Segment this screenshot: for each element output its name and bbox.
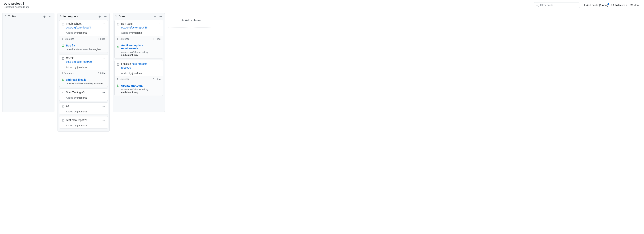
column-name: In progress [64, 15, 78, 18]
reference-author: jmarlena [94, 82, 103, 85]
add-card-button[interactable] [154, 15, 156, 18]
added-by-user: jmarlena [77, 124, 87, 127]
card-ref-link[interactable]: octo-org/octo-repo#36 [121, 26, 148, 29]
reference-author: megbird [92, 48, 102, 51]
card[interactable]: #6 Added by jmarlena [59, 103, 108, 115]
note-icon [62, 22, 64, 25]
reference-title-link[interactable]: Audit and update requirements [121, 44, 160, 50]
column-name: Done [119, 15, 125, 18]
project-header: octo-project-2 Updated 37 seconds ago Ad… [0, 0, 644, 10]
card-title-text: Start Testing #3 [66, 91, 84, 94]
project-updated: Updated 37 seconds ago [4, 6, 29, 8]
fullscreen-button[interactable]: Fullscreen [612, 4, 627, 7]
added-by-user: jmarlena [77, 96, 87, 99]
card-ref-link[interactable]: octo-org/octo-docs#4 [66, 26, 91, 29]
added-by-user: jmarlena [77, 31, 87, 34]
column-menu-button[interactable] [104, 15, 107, 18]
plus-icon [583, 4, 586, 6]
project-board: 0 To Do 5 In progress [0, 10, 644, 134]
note-icon [62, 91, 64, 94]
unfold-icon [97, 72, 100, 74]
unfold-icon [97, 38, 100, 40]
card[interactable]: Localize octo-org/octo-repo#10 Added by … [114, 60, 163, 96]
menu-label: Menu [634, 4, 640, 7]
card-title-text: Troubleshoot [66, 22, 82, 25]
hide-references-button[interactable]: Hide [97, 72, 106, 75]
note-icon [62, 105, 64, 108]
reference-count: 1 Reference [117, 78, 130, 81]
reference-title-link[interactable]: Bug fix [66, 44, 75, 47]
reference-title-link[interactable]: add read-files.js [66, 78, 86, 81]
add-column-button[interactable]: Add column [168, 13, 214, 28]
column-count: 2 [115, 15, 117, 18]
menu-icon [630, 4, 633, 6]
card-menu-button[interactable] [102, 22, 106, 25]
reference-title-link[interactable]: Update README [121, 84, 142, 87]
add-card-button[interactable] [98, 15, 101, 18]
new-indicator-dot [608, 3, 609, 4]
filter-cards-search[interactable] [534, 2, 580, 8]
pull-request-icon [117, 84, 120, 87]
reference-count: 1 Reference [117, 38, 130, 40]
added-by-user: jmarlena [132, 31, 142, 34]
card-menu-button[interactable] [157, 22, 160, 25]
card-menu-button[interactable] [157, 62, 160, 65]
pull-request-icon [62, 78, 64, 81]
added-by-user: jmarlena [77, 110, 87, 113]
column-name: To Do [8, 15, 16, 18]
card[interactable]: Test octo-repo#26 Added by jmarlena [59, 116, 108, 129]
card-title-text: Run tests [121, 22, 132, 25]
issue-open-icon [62, 44, 64, 47]
reference-author: emilyistoofunky [121, 54, 138, 56]
note-icon [117, 63, 120, 66]
project-title: octo-project-2 [4, 2, 29, 5]
note-icon [62, 57, 64, 60]
plus-icon [181, 19, 184, 22]
search-icon [536, 4, 538, 6]
add-cards-label: Add cards (1 new) [586, 4, 608, 7]
card[interactable]: Start Testing #3 Added by jmarlena [59, 89, 108, 101]
card-menu-button[interactable] [102, 118, 106, 121]
card-title-text: Test octo-repo#26 [66, 118, 88, 121]
note-icon [117, 22, 120, 25]
card[interactable]: Check octo-org/octo-repo#25 Added by jma… [59, 54, 108, 87]
unfold-icon [152, 38, 155, 40]
hide-references-button[interactable]: Hide [97, 37, 106, 40]
card-ref-link[interactable]: octo-org/octo-repo#25 [66, 60, 92, 63]
add-column-label: Add column [185, 19, 201, 22]
card-title-text: Localize [121, 62, 132, 65]
added-by-user: jmarlena [77, 66, 87, 69]
column-menu-button[interactable] [48, 15, 52, 18]
fullscreen-icon [612, 4, 614, 6]
card-menu-button[interactable] [102, 91, 106, 94]
note-icon [62, 119, 64, 122]
reference-count: 1 Reference [62, 72, 74, 75]
column-todo: 0 To Do [2, 13, 54, 112]
card-menu-button[interactable] [102, 105, 106, 108]
hide-references-button[interactable]: Hide [152, 78, 160, 81]
card-title-text: #6 [66, 105, 69, 108]
issue-open-icon [117, 45, 120, 48]
unfold-icon [152, 78, 155, 80]
card[interactable]: Troubleshoot octo-org/octo-docs#4 Added … [59, 20, 108, 53]
column-count: 5 [60, 15, 62, 18]
card-menu-button[interactable] [102, 56, 106, 59]
filter-cards-input[interactable] [540, 4, 578, 7]
fullscreen-label: Fullscreen [614, 4, 627, 7]
column-done: 2 Done Run tests octo-org/octo-repo#3 [113, 13, 165, 112]
column-menu-button[interactable] [159, 15, 162, 18]
add-cards-button[interactable]: Add cards (1 new) [583, 4, 608, 7]
column-count: 0 [5, 15, 6, 18]
added-by-user: jmarlena [132, 72, 142, 75]
reference-count: 1 Reference [62, 38, 74, 40]
column-in-progress: 5 In progress Troubleshoot octo-org/o [58, 13, 110, 131]
card-title-text: Check [66, 57, 74, 60]
add-card-button[interactable] [43, 15, 46, 18]
added-by-label: Added by [66, 31, 77, 34]
hide-references-button[interactable]: Hide [152, 37, 160, 40]
card[interactable]: Run tests octo-org/octo-repo#36 Added by… [114, 20, 163, 59]
menu-button[interactable]: Menu [630, 4, 640, 7]
reference-author: emilyistoofunky [121, 91, 138, 94]
